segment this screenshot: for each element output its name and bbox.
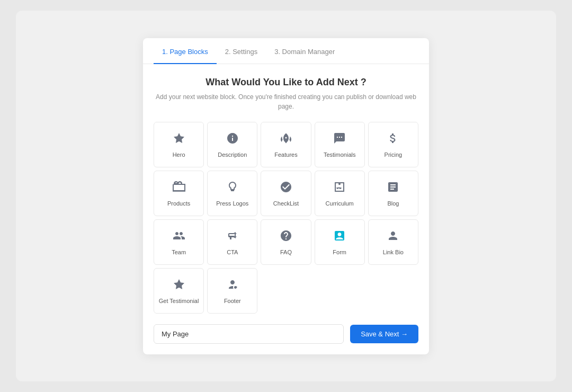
block-form-label: Form [333,248,346,256]
dollar-icon [387,132,399,147]
modal: 1. Page Blocks 2. Settings 3. Domain Man… [143,38,429,354]
modal-title: What Would You Like to Add Next ? [154,77,418,88]
block-form[interactable]: Form [315,219,365,265]
block-description-label: Description [218,151,247,158]
block-press-logos[interactable]: Press Logos [207,171,257,216]
block-team[interactable]: Team [154,219,204,265]
block-link-bio[interactable]: Link Bio [368,219,418,265]
page-name-input[interactable] [154,324,344,344]
tab-settings[interactable]: 2. Settings [217,38,266,64]
block-footer-label: Footer [224,297,241,305]
block-link-bio-label: Link Bio [383,248,404,256]
block-features[interactable]: Features [261,122,311,167]
block-cta[interactable]: CTA [207,219,257,265]
footer-bar: Save & Next → [154,324,418,344]
blog-icon [387,181,399,195]
box-icon [173,181,185,195]
block-team-label: Team [172,248,186,256]
block-curriculum[interactable]: Curriculum [315,171,365,216]
block-get-testimonial-label: Get Testimonial [159,297,199,305]
block-faq-label: FAQ [280,248,292,256]
block-testimonials-label: Testimonials [324,151,356,158]
rocket-icon [280,132,292,147]
block-testimonials[interactable]: Testimonials [315,122,365,167]
block-pricing[interactable]: Pricing [368,122,418,167]
form-icon [333,229,346,244]
block-checklist[interactable]: CheckList [261,171,311,216]
outer-container: 1. Page Blocks 2. Settings 3. Domain Man… [16,11,556,381]
modal-subtitle: Add your next website block. Once you're… [154,92,418,111]
tabs: 1. Page Blocks 2. Settings 3. Domain Man… [143,38,429,64]
block-footer[interactable]: Footer [207,268,257,314]
block-blog[interactable]: Blog [368,171,418,216]
star-icon [173,132,185,147]
block-features-label: Features [274,151,297,158]
tab-page-blocks[interactable]: 1. Page Blocks [154,38,217,64]
block-faq[interactable]: FAQ [261,219,311,265]
modal-body: What Would You Like to Add Next ? Add yo… [143,64,429,354]
block-pricing-label: Pricing [385,151,403,158]
faq-icon [280,229,292,244]
block-get-testimonial[interactable]: Get Testimonial [154,268,204,314]
block-cta-label: CTA [227,248,238,256]
block-products[interactable]: Products [154,171,204,216]
blocks-grid: Hero Description Features [154,122,418,314]
team-icon [173,229,185,244]
linkbio-icon [387,229,399,244]
block-checklist-label: CheckList [273,200,299,207]
block-hero[interactable]: Hero [154,122,204,167]
block-products-label: Products [167,200,190,207]
chat-icon [333,132,346,147]
checkcircle-icon [280,181,292,195]
megaphone-icon [226,229,239,244]
block-press-logos-label: Press Logos [216,200,248,207]
block-description[interactable]: Description [207,122,257,167]
block-curriculum-label: Curriculum [326,200,354,207]
block-blog-label: Blog [387,200,399,207]
tab-domain-manager[interactable]: 3. Domain Manager [266,38,343,64]
save-next-button[interactable]: Save & Next → [350,325,418,343]
footer-icon [226,278,239,293]
award-icon [226,181,239,195]
curriculum-icon [333,181,346,195]
block-hero-label: Hero [173,151,185,158]
info-icon [226,132,239,147]
get-testimonial-icon [173,278,185,293]
